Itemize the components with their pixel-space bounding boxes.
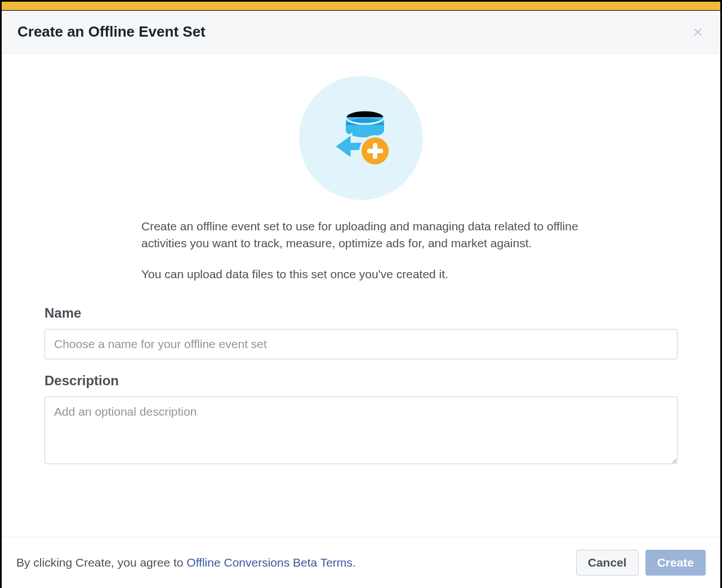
terms-suffix: . bbox=[353, 556, 356, 569]
intro-paragraph-2: You can upload data files to this set on… bbox=[141, 266, 581, 283]
dialog-title: Create an Offline Event Set bbox=[17, 23, 206, 41]
name-input[interactable] bbox=[44, 329, 678, 359]
hero-section: Create an offline event set to use for u… bbox=[44, 76, 678, 283]
terms-text: By clicking Create, you agree to Offline… bbox=[16, 556, 356, 569]
cancel-button[interactable]: Cancel bbox=[576, 550, 639, 576]
description-input[interactable] bbox=[44, 397, 678, 464]
name-label: Name bbox=[44, 305, 678, 321]
dialog-footer: By clicking Create, you agree to Offline… bbox=[2, 537, 720, 588]
dialog-content: Create an offline event set to use for u… bbox=[2, 54, 720, 466]
create-button[interactable]: Create bbox=[645, 550, 706, 576]
close-icon[interactable] bbox=[691, 25, 705, 39]
form-section: Name Description bbox=[44, 305, 678, 466]
svg-rect-8 bbox=[367, 149, 383, 153]
terms-link[interactable]: Offline Conversions Beta Terms bbox=[186, 556, 353, 569]
top-accent-bar bbox=[2, 2, 720, 11]
description-label: Description bbox=[44, 373, 678, 389]
intro-paragraph-1: Create an offline event set to use for u… bbox=[141, 218, 581, 252]
dialog-header: Create an Offline Event Set bbox=[2, 11, 720, 54]
terms-prefix: By clicking Create, you agree to bbox=[16, 556, 186, 569]
database-upload-icon bbox=[299, 76, 423, 200]
intro-text: Create an offline event set to use for u… bbox=[141, 218, 581, 283]
footer-buttons: Cancel Create bbox=[576, 550, 706, 576]
